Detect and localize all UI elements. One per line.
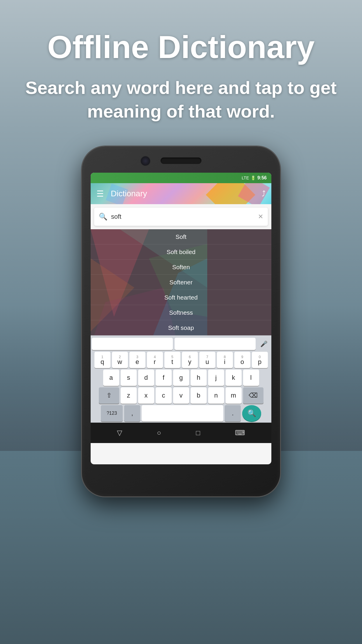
key-x[interactable]: x (138, 387, 154, 404)
hero-section: Offline Dictionary Search any word here … (0, 0, 362, 141)
key-letter: a (109, 374, 113, 381)
key-letter: v (180, 392, 183, 399)
period-key[interactable]: . (225, 405, 241, 421)
status-bar: LTE 🔋 9:56 (91, 173, 271, 183)
app-bar: ☰ Dictionary ⤴ (91, 183, 271, 204)
comma-key[interactable]: , (124, 405, 140, 421)
phone-mockup: LTE 🔋 9:56 ☰ Dictionary ⤴ (82, 146, 280, 496)
suggestion-item[interactable]: Soften (91, 260, 271, 275)
key-t[interactable]: 5t (164, 352, 180, 368)
clock: 9:56 (257, 175, 267, 181)
space-key[interactable] (142, 405, 223, 421)
key-y[interactable]: 6y (182, 352, 198, 368)
key-letter: i (224, 359, 226, 365)
key-letter: w (117, 359, 122, 365)
key-e[interactable]: 3e (129, 352, 145, 368)
key-letter: f (163, 374, 164, 381)
key-letter: y (188, 359, 191, 365)
mic-icon: 🎤 (260, 340, 268, 347)
lte-icon: LTE (242, 176, 249, 180)
search-bar[interactable]: 🔍 soft ✕ (94, 208, 268, 226)
keyboard-row-1: 1q2w3e4r5t6y7u8i9o0p (92, 352, 270, 368)
key-j[interactable]: j (208, 370, 224, 386)
keyboard-nav-button[interactable]: ⌨ (235, 429, 245, 437)
key-letter: t (171, 359, 173, 365)
key-k[interactable]: k (226, 370, 242, 386)
key-i[interactable]: 8i (217, 352, 233, 368)
key-letter: n (214, 392, 218, 399)
delete-key[interactable]: ⌫ (243, 387, 263, 404)
suggestion-item[interactable]: Soft soap (91, 320, 271, 335)
nav-bar: ▽ ○ □ ⌨ (91, 423, 271, 443)
hero-title: Offline Dictionary (17, 29, 345, 64)
key-f[interactable]: f (156, 370, 172, 386)
key-l[interactable]: l (243, 370, 259, 386)
menu-icon[interactable]: ☰ (96, 189, 104, 199)
content-wrapper: Offline Dictionary Search any word here … (0, 0, 362, 644)
back-nav-button[interactable]: ▽ (117, 429, 122, 437)
app-bar-content: ☰ Dictionary ⤴ (96, 189, 266, 199)
key-a[interactable]: a (103, 370, 119, 386)
hero-subtitle: Search any word here and tap to get mean… (17, 76, 345, 123)
key-n[interactable]: n (208, 387, 224, 404)
key-u[interactable]: 7u (199, 352, 215, 368)
suggestion-item[interactable]: Softness (91, 305, 271, 320)
shift-key[interactable]: ⇧ (99, 387, 119, 404)
key-letter: u (205, 359, 209, 365)
key-letter: j (215, 374, 217, 381)
key-q[interactable]: 1q (94, 352, 110, 368)
key-letter: r (154, 359, 156, 365)
key-o[interactable]: 9o (234, 352, 250, 368)
key-letter: s (127, 374, 130, 381)
keyboard-spacer-right (175, 338, 256, 350)
keyboard-bottom-row: ?123 , . 🔍 (92, 405, 270, 421)
suggestion-item[interactable]: Soft (91, 229, 271, 244)
app-title: Dictionary (111, 189, 262, 198)
key-d[interactable]: d (138, 370, 154, 386)
suggestion-items: SoftSoft boiledSoftenSoftenerSoft hearte… (91, 229, 271, 335)
key-g[interactable]: g (173, 370, 189, 386)
key-h[interactable]: h (191, 370, 207, 386)
key-letter: z (127, 392, 130, 399)
key-m[interactable]: m (226, 387, 242, 404)
key-letter: b (197, 392, 200, 399)
suggestion-list: SoftSoft boiledSoftenSoftenerSoft hearte… (91, 229, 271, 335)
keyboard: 🎤 1q2w3e4r5t6y7u8i9o0p asdfghjkl ⇧ zxcvb… (91, 335, 271, 423)
suggestion-item[interactable]: Soft boiled (91, 244, 271, 260)
key-b[interactable]: b (191, 387, 207, 404)
phone-screen: LTE 🔋 9:56 ☰ Dictionary ⤴ (91, 173, 271, 464)
search-key[interactable]: 🔍 (242, 405, 261, 421)
search-icon: 🔍 (99, 213, 108, 221)
phone-camera (140, 156, 151, 166)
key-r[interactable]: 4r (147, 352, 163, 368)
keyboard-top-row: 🎤 (92, 338, 270, 350)
key-p[interactable]: 0p (252, 352, 268, 368)
shift-icon: ⇧ (106, 392, 112, 399)
suggestion-item[interactable]: Soft hearted (91, 290, 271, 305)
suggestion-item[interactable]: Softener (91, 275, 271, 290)
key-s[interactable]: s (121, 370, 137, 386)
home-nav-button[interactable]: ○ (157, 429, 161, 437)
key-letter: k (232, 374, 235, 381)
mic-button[interactable]: 🎤 (257, 338, 270, 350)
clear-icon[interactable]: ✕ (258, 213, 263, 220)
key-letter: g (179, 374, 183, 381)
key-letter: d (144, 374, 148, 381)
key-letter: c (162, 392, 165, 399)
recent-nav-button[interactable]: □ (196, 429, 200, 437)
key-letter: e (136, 359, 139, 365)
search-input[interactable]: soft (111, 213, 254, 220)
phone-body: LTE 🔋 9:56 ☰ Dictionary ⤴ (82, 146, 280, 496)
status-icons: LTE 🔋 9:56 (242, 175, 267, 181)
keyboard-row-2: asdfghjkl (92, 370, 270, 386)
key-w[interactable]: 2w (112, 352, 128, 368)
key-letter: p (258, 359, 261, 365)
key-letter: m (231, 392, 236, 399)
share-icon[interactable]: ⤴ (262, 189, 266, 198)
key-v[interactable]: v (173, 387, 189, 404)
key-letter: q (101, 359, 104, 365)
battery-icon: 🔋 (251, 176, 256, 180)
key-z[interactable]: z (121, 387, 137, 404)
symbols-key[interactable]: ?123 (101, 405, 123, 421)
key-c[interactable]: c (156, 387, 172, 404)
